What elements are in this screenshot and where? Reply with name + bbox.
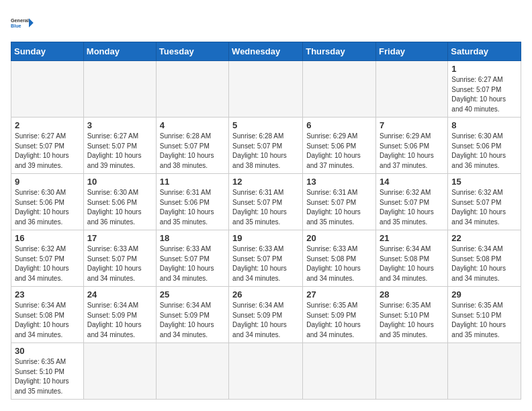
calendar-cell: 21Sunrise: 6:34 AM Sunset: 5:08 PM Dayli…	[376, 230, 448, 287]
day-number: 28	[380, 289, 444, 300]
svg-marker-2	[29, 18, 34, 28]
day-number: 10	[87, 177, 152, 187]
day-info: Sunrise: 6:29 AM Sunset: 5:06 PM Dayligh…	[380, 132, 444, 171]
day-number: 30	[15, 346, 80, 356]
day-number: 14	[380, 177, 444, 187]
page-header: GeneralBlue	[11, 11, 521, 35]
day-number: 13	[306, 177, 372, 187]
day-info: Sunrise: 6:34 AM Sunset: 5:09 PM Dayligh…	[87, 301, 152, 340]
calendar-week-2: 2Sunrise: 6:27 AM Sunset: 5:07 PM Daylig…	[11, 118, 521, 174]
calendar-cell	[376, 61, 448, 118]
calendar-week-6: 30Sunrise: 6:35 AM Sunset: 5:10 PM Dayli…	[11, 343, 521, 400]
day-number: 23	[15, 289, 80, 300]
day-number: 4	[160, 120, 225, 130]
calendar-cell: 5Sunrise: 6:28 AM Sunset: 5:07 PM Daylig…	[229, 118, 303, 174]
day-info: Sunrise: 6:27 AM Sunset: 5:07 PM Dayligh…	[15, 132, 80, 171]
weekday-header-wednesday: Wednesday	[229, 42, 303, 61]
day-info: Sunrise: 6:28 AM Sunset: 5:07 PM Dayligh…	[232, 132, 299, 171]
day-info: Sunrise: 6:34 AM Sunset: 5:08 PM Dayligh…	[451, 244, 517, 283]
calendar-cell: 6Sunrise: 6:29 AM Sunset: 5:06 PM Daylig…	[303, 118, 376, 174]
day-number: 2	[15, 120, 80, 130]
day-number: 21	[380, 233, 444, 243]
day-number: 25	[160, 289, 225, 300]
calendar-cell: 2Sunrise: 6:27 AM Sunset: 5:07 PM Daylig…	[11, 118, 84, 174]
day-number: 20	[306, 233, 372, 243]
day-info: Sunrise: 6:31 AM Sunset: 5:06 PM Dayligh…	[160, 188, 225, 227]
calendar-cell	[303, 343, 376, 400]
calendar-cell: 17Sunrise: 6:33 AM Sunset: 5:07 PM Dayli…	[83, 230, 156, 287]
calendar-cell: 30Sunrise: 6:35 AM Sunset: 5:10 PM Dayli…	[11, 343, 84, 400]
day-info: Sunrise: 6:31 AM Sunset: 5:07 PM Dayligh…	[232, 188, 299, 227]
weekday-header-friday: Friday	[376, 42, 448, 61]
day-info: Sunrise: 6:33 AM Sunset: 5:07 PM Dayligh…	[87, 244, 152, 283]
day-info: Sunrise: 6:33 AM Sunset: 5:07 PM Dayligh…	[160, 244, 225, 283]
calendar-cell: 27Sunrise: 6:35 AM Sunset: 5:09 PM Dayli…	[303, 287, 376, 343]
day-info: Sunrise: 6:32 AM Sunset: 5:07 PM Dayligh…	[380, 188, 444, 227]
calendar-table: SundayMondayTuesdayWednesdayThursdayFrid…	[11, 42, 521, 400]
day-number: 11	[160, 177, 225, 187]
calendar-cell: 19Sunrise: 6:33 AM Sunset: 5:07 PM Dayli…	[229, 230, 303, 287]
day-number: 3	[87, 120, 152, 130]
day-number: 9	[15, 177, 80, 187]
day-number: 1	[451, 64, 517, 74]
calendar-cell: 29Sunrise: 6:35 AM Sunset: 5:10 PM Dayli…	[448, 287, 521, 343]
calendar-week-3: 9Sunrise: 6:30 AM Sunset: 5:06 PM Daylig…	[11, 174, 521, 230]
day-number: 29	[451, 289, 517, 300]
svg-text:Blue: Blue	[11, 23, 21, 29]
day-info: Sunrise: 6:34 AM Sunset: 5:08 PM Dayligh…	[380, 244, 444, 283]
calendar-cell: 7Sunrise: 6:29 AM Sunset: 5:06 PM Daylig…	[376, 118, 448, 174]
calendar-cell: 23Sunrise: 6:34 AM Sunset: 5:08 PM Dayli…	[11, 287, 84, 343]
day-number: 5	[232, 120, 299, 130]
weekday-header-thursday: Thursday	[303, 42, 376, 61]
weekday-header-sunday: Sunday	[11, 42, 84, 61]
day-number: 24	[87, 289, 152, 300]
day-number: 17	[87, 233, 152, 243]
day-info: Sunrise: 6:34 AM Sunset: 5:09 PM Dayligh…	[232, 301, 299, 340]
day-number: 12	[232, 177, 299, 187]
day-info: Sunrise: 6:32 AM Sunset: 5:07 PM Dayligh…	[451, 188, 517, 227]
logo: GeneralBlue	[11, 11, 35, 35]
calendar-cell: 9Sunrise: 6:30 AM Sunset: 5:06 PM Daylig…	[11, 174, 84, 230]
calendar-week-1: 1Sunrise: 6:27 AM Sunset: 5:07 PM Daylig…	[11, 61, 521, 118]
calendar-cell: 10Sunrise: 6:30 AM Sunset: 5:06 PM Dayli…	[83, 174, 156, 230]
day-number: 19	[232, 233, 299, 243]
calendar-cell: 4Sunrise: 6:28 AM Sunset: 5:07 PM Daylig…	[156, 118, 228, 174]
calendar-cell: 26Sunrise: 6:34 AM Sunset: 5:09 PM Dayli…	[229, 287, 303, 343]
calendar-cell: 25Sunrise: 6:34 AM Sunset: 5:09 PM Dayli…	[156, 287, 228, 343]
day-info: Sunrise: 6:35 AM Sunset: 5:10 PM Dayligh…	[15, 357, 80, 396]
day-info: Sunrise: 6:33 AM Sunset: 5:08 PM Dayligh…	[306, 244, 372, 283]
day-number: 27	[306, 289, 372, 300]
day-number: 22	[451, 233, 517, 243]
svg-text:General: General	[11, 17, 29, 24]
day-number: 18	[160, 233, 225, 243]
day-info: Sunrise: 6:35 AM Sunset: 5:10 PM Dayligh…	[451, 301, 517, 340]
weekday-header-saturday: Saturday	[448, 42, 521, 61]
weekday-header-monday: Monday	[83, 42, 156, 61]
day-number: 16	[15, 233, 80, 243]
day-info: Sunrise: 6:32 AM Sunset: 5:07 PM Dayligh…	[15, 244, 80, 283]
calendar-cell: 8Sunrise: 6:30 AM Sunset: 5:06 PM Daylig…	[448, 118, 521, 174]
day-info: Sunrise: 6:29 AM Sunset: 5:06 PM Dayligh…	[306, 132, 372, 171]
day-info: Sunrise: 6:31 AM Sunset: 5:07 PM Dayligh…	[306, 188, 372, 227]
calendar-cell	[11, 61, 84, 118]
weekday-header-row: SundayMondayTuesdayWednesdayThursdayFrid…	[11, 42, 521, 61]
calendar-cell	[156, 61, 228, 118]
calendar-week-4: 16Sunrise: 6:32 AM Sunset: 5:07 PM Dayli…	[11, 230, 521, 287]
day-number: 15	[451, 177, 517, 187]
calendar-cell: 12Sunrise: 6:31 AM Sunset: 5:07 PM Dayli…	[229, 174, 303, 230]
calendar-cell: 24Sunrise: 6:34 AM Sunset: 5:09 PM Dayli…	[83, 287, 156, 343]
calendar-cell	[229, 61, 303, 118]
day-number: 6	[306, 120, 372, 130]
day-info: Sunrise: 6:28 AM Sunset: 5:07 PM Dayligh…	[160, 132, 225, 171]
day-info: Sunrise: 6:30 AM Sunset: 5:06 PM Dayligh…	[15, 188, 80, 227]
calendar-cell: 14Sunrise: 6:32 AM Sunset: 5:07 PM Dayli…	[376, 174, 448, 230]
day-info: Sunrise: 6:35 AM Sunset: 5:09 PM Dayligh…	[306, 301, 372, 340]
day-info: Sunrise: 6:27 AM Sunset: 5:07 PM Dayligh…	[87, 132, 152, 171]
day-info: Sunrise: 6:30 AM Sunset: 5:06 PM Dayligh…	[87, 188, 152, 227]
day-info: Sunrise: 6:33 AM Sunset: 5:07 PM Dayligh…	[232, 244, 299, 283]
calendar-cell: 20Sunrise: 6:33 AM Sunset: 5:08 PM Dayli…	[303, 230, 376, 287]
day-info: Sunrise: 6:30 AM Sunset: 5:06 PM Dayligh…	[451, 132, 517, 171]
day-number: 8	[451, 120, 517, 130]
day-number: 26	[232, 289, 299, 300]
logo-icon: GeneralBlue	[11, 11, 35, 35]
